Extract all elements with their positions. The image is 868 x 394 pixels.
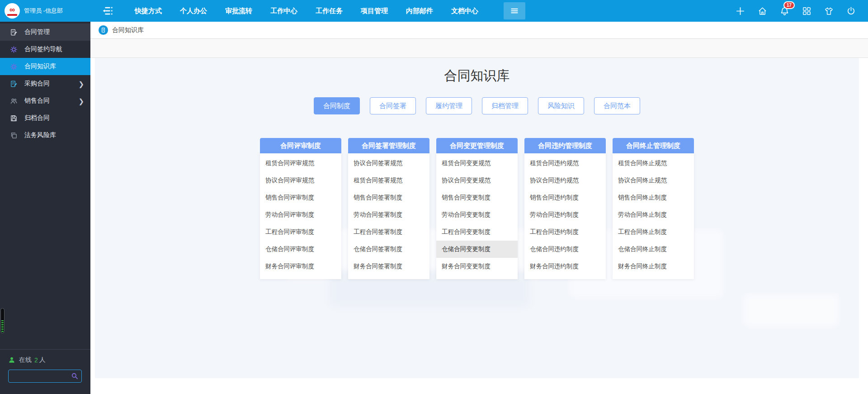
sidebar-item-sales-contract[interactable]: 销售合同 ❯ [0,92,90,109]
column-body: 租赁合同评审规范 协议合同评审规范 销售合同评审制度 劳动合同评审制度 工程合同… [260,153,341,279]
logo-text-mark [7,14,17,16]
knowledge-item[interactable]: 劳动合同评审制度 [260,206,341,223]
knowledge-item[interactable]: 财务合同违约制度 [524,258,606,275]
tab-performance-management[interactable]: 履约管理 [426,97,472,114]
column-body: 租赁合同变更规范 协议合同变更规范 销售合同变更制度 劳动合同变更制度 工程合同… [436,153,518,279]
sidebar-item-contract-management[interactable]: 合同管理 [0,24,90,41]
sidebar-item-label: 合同签约导航 [24,45,62,53]
add-button[interactable] [734,5,746,17]
column-contract-review-rules: 合同评审制度 租赁合同评审规范 协议合同评审规范 销售合同评审制度 劳动合同评审… [260,138,341,279]
column-header[interactable]: 合同违约管理制度 [524,138,606,153]
app-root: ∞ 管理员 -信息部 快捷方式 个人办公 审批流转 工作中心 工作任务 项目管理… [0,0,868,394]
nav-item-personal-office[interactable]: 个人办公 [171,0,216,22]
knowledge-item[interactable]: 劳动合同签署制度 [348,206,429,223]
document-icon [99,25,108,35]
more-menus-button[interactable] [504,2,525,19]
online-unit: 人 [39,356,46,364]
knowledge-item[interactable]: 销售合同终止制度 [613,189,694,206]
knowledge-item[interactable]: 财务合同终止制度 [613,258,694,275]
sidebar-item-label: 采购合同 [24,80,50,88]
tab-risk-knowledge[interactable]: 风险知识 [538,97,584,114]
notifications-button[interactable]: 17 [778,5,791,17]
knowledge-item[interactable]: 财务合同签署制度 [348,258,429,275]
sidebar-item-label: 销售合同 [24,97,50,105]
column-header[interactable]: 合同终止管理制度 [613,138,694,153]
home-icon [757,6,768,16]
nav-item-work-center[interactable]: 工作中心 [261,0,307,22]
knowledge-item[interactable]: 劳动合同违约制度 [524,206,606,223]
tab-contract-rules[interactable]: 合同制度 [314,97,360,114]
nav-item-document-center[interactable]: 文档中心 [442,0,487,22]
knowledge-item[interactable]: 租赁合同评审规范 [260,155,341,172]
knowledge-item-highlighted[interactable]: 仓储合同变更制度 [436,241,518,258]
sidebar-item-archived-contract[interactable]: 归档合同 [0,109,90,127]
tab-contract-signing[interactable]: 合同签署 [370,97,416,114]
power-icon [846,6,856,16]
knowledge-item[interactable]: 销售合同签署制度 [348,189,429,206]
knowledge-item[interactable]: 工程合同评审制度 [260,223,341,241]
knowledge-item[interactable]: 销售合同变更制度 [436,189,518,206]
theme-button[interactable] [822,5,835,17]
search-icon[interactable] [71,372,79,380]
power-button[interactable] [844,5,857,17]
copy-icon [10,132,18,139]
knowledge-item[interactable]: 仓储合同签署制度 [348,241,429,258]
sidebar-item-contract-knowledge-base[interactable]: 合同知识库 [0,58,90,75]
tab-archive-management[interactable]: 归档管理 [482,97,528,114]
content-panel: 合同知识库 合同制度 合同签署 履约管理 归档管理 风险知识 合同范本 合同评审… [95,58,859,378]
online-label: 在线 [19,356,32,364]
knowledge-item[interactable]: 工程合同违约制度 [524,223,606,241]
knowledge-item[interactable]: 协议合同违约规范 [524,172,606,189]
sidebar-collapse-button[interactable] [101,5,114,17]
knowledge-item[interactable]: 工程合同签署制度 [348,223,429,241]
nav-item-project-management[interactable]: 项目管理 [352,0,397,22]
apps-grid-icon [802,6,812,16]
top-navigation-bar: ∞ 管理员 -信息部 快捷方式 个人办公 审批流转 工作中心 工作任务 项目管理… [0,0,868,22]
column-header[interactable]: 合同变更管理制度 [436,138,518,153]
knowledge-item[interactable]: 租赁合同变更规范 [436,155,518,172]
knowledge-item[interactable]: 财务合同变更制度 [436,258,518,275]
knowledge-item[interactable]: 财务合同评审制度 [260,258,341,275]
knowledge-item[interactable]: 租赁合同违约规范 [524,155,606,172]
knowledge-item[interactable]: 工程合同终止制度 [613,223,694,241]
knowledge-item[interactable]: 工程合同变更制度 [436,223,518,241]
knowledge-item[interactable]: 销售合同违约制度 [524,189,606,206]
knowledge-item[interactable]: 协议合同签署规范 [348,155,429,172]
activity-indicator[interactable] [0,308,5,333]
brand-area[interactable]: ∞ 管理员 -信息部 [0,0,90,22]
knowledge-item[interactable]: 劳动合同终止制度 [613,206,694,223]
sidebar: 合同管理 合同签约导航 [0,22,90,394]
background-watermark [744,294,839,326]
knowledge-item[interactable]: 协议合同终止规范 [613,172,694,189]
sidebar-menu: 合同管理 合同签约导航 [0,22,90,144]
column-contract-change-rules: 合同变更管理制度 租赁合同变更规范 协议合同变更规范 销售合同变更制度 劳动合同… [436,138,518,279]
knowledge-item[interactable]: 租赁合同终止规范 [613,155,694,172]
knowledge-item[interactable]: 销售合同评审制度 [260,189,341,206]
tab-contract-template[interactable]: 合同范本 [594,97,640,114]
activity-indicator-level [1,320,4,332]
top-menu: 快捷方式 个人办公 审批流转 工作中心 工作任务 项目管理 内部邮件 文档中心 [126,0,487,22]
nav-item-work-tasks[interactable]: 工作任务 [307,0,352,22]
knowledge-item[interactable]: 劳动合同变更制度 [436,206,518,223]
sidebar-item-legal-risk-library[interactable]: 法务风险库 [0,127,90,144]
nav-item-shortcuts[interactable]: 快捷方式 [126,0,171,22]
knowledge-item[interactable]: 仓储合同评审制度 [260,241,341,258]
knowledge-item[interactable]: 仓储合同终止制度 [613,241,694,258]
column-body: 租赁合同违约规范 协议合同违约规范 销售合同违约制度 劳动合同违约制度 工程合同… [524,153,606,279]
home-button[interactable] [756,5,769,17]
nav-item-internal-mail[interactable]: 内部邮件 [397,0,442,22]
column-header[interactable]: 合同签署管理制度 [348,138,429,153]
sidebar-item-purchase-contract[interactable]: 采购合同 ❯ [0,75,90,92]
plus-icon [735,6,745,16]
knowledge-item[interactable]: 协议合同评审规范 [260,172,341,189]
sidebar-item-contract-signing-navigation[interactable]: 合同签约导航 [0,41,90,58]
knowledge-item[interactable]: 租赁合同签署规范 [348,172,429,189]
apps-button[interactable] [800,5,813,17]
column-header[interactable]: 合同评审制度 [260,138,341,153]
sidebar-footer: 在线 2 人 [0,349,90,394]
knowledge-item[interactable]: 协议合同变更规范 [436,172,518,189]
company-logo: ∞ [5,3,20,19]
nav-item-approval-flow[interactable]: 审批流转 [216,0,261,22]
breadcrumb: 合同知识库 [90,22,868,39]
knowledge-item[interactable]: 仓储合同违约制度 [524,241,606,258]
